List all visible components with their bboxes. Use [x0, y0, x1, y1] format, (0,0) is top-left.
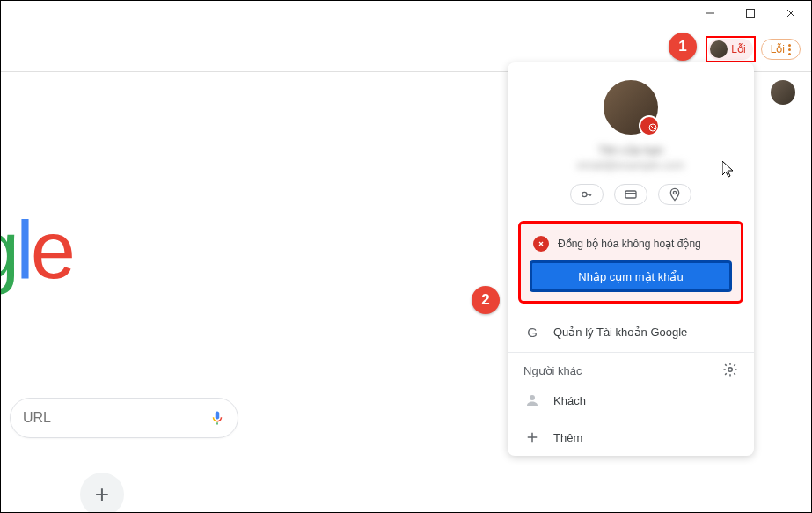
alert-circle-icon	[533, 236, 549, 252]
card-icon	[624, 187, 638, 202]
manage-account-item[interactable]: G Quản lý Tài khoản Google	[508, 314, 754, 350]
callout-badge-2: 2	[472, 286, 500, 314]
payments-button[interactable]	[614, 184, 647, 205]
plus-icon: +	[95, 480, 109, 509]
svg-point-6	[582, 192, 587, 196]
avatar-large	[604, 80, 658, 135]
maximize-icon	[745, 8, 756, 18]
key-icon	[580, 187, 594, 202]
svg-point-15	[530, 395, 535, 400]
profile-popover: Tên của bạn email@example.com Đồng bộ hó…	[508, 62, 754, 456]
mic-icon[interactable]	[209, 408, 225, 428]
enter-passphrase-button[interactable]: Nhập cụm mật khẩu	[530, 260, 732, 292]
person-icon	[524, 392, 540, 408]
manage-account-label: Quản lý Tài khoản Google	[553, 326, 687, 339]
sync-alert-badge-icon	[648, 123, 657, 134]
svg-rect-9	[625, 191, 636, 198]
vertical-dots-icon	[788, 44, 791, 55]
profile-chip[interactable]: Lỗi	[708, 39, 752, 60]
profile-chip-label: Lỗi	[731, 43, 745, 55]
svg-rect-1	[747, 10, 755, 18]
google-g-icon: G	[527, 325, 538, 340]
user-email: email@example.com	[522, 158, 740, 172]
window-close-button[interactable]	[771, 1, 811, 26]
user-name: Tên của bạn	[522, 143, 740, 157]
svg-point-14	[728, 368, 733, 372]
add-shortcut-button[interactable]: +	[80, 473, 124, 513]
profile-chip-highlight: Lỗi	[706, 36, 755, 62]
settings-gear-button[interactable]	[722, 362, 738, 380]
window-maximize-button[interactable]	[730, 1, 771, 26]
passwords-button[interactable]	[570, 184, 604, 205]
search-bar[interactable]	[10, 398, 238, 438]
divider	[508, 352, 754, 353]
location-icon	[668, 187, 682, 202]
window-minimize-button[interactable]	[690, 1, 730, 26]
other-people-header: Người khác	[523, 364, 582, 377]
chrome-menu-button[interactable]: Lỗi	[761, 39, 801, 60]
gear-icon	[722, 362, 738, 377]
avatar-icon	[710, 40, 728, 58]
close-icon	[786, 8, 796, 18]
add-profile-item[interactable]: Thêm	[508, 419, 754, 456]
sync-status-label: Đồng bộ hóa không hoạt động	[558, 238, 701, 250]
menu-error-label: Lỗi	[771, 43, 785, 55]
svg-line-5	[651, 126, 655, 129]
passphrase-button-label: Nhập cụm mật khẩu	[578, 270, 683, 283]
svg-point-11	[673, 191, 676, 194]
addresses-button[interactable]	[658, 184, 691, 205]
minimize-icon	[705, 8, 715, 18]
search-input[interactable]	[23, 410, 209, 426]
plus-icon	[524, 429, 540, 445]
guest-label: Khách	[553, 394, 586, 407]
callout-badge-1: 1	[669, 33, 697, 61]
sync-status-box: Đồng bộ hóa không hoạt động Nhập cụm mật…	[518, 221, 743, 304]
add-label: Thêm	[553, 431, 582, 444]
google-logo: gle	[0, 204, 72, 297]
guest-profile-item[interactable]: Khách	[508, 382, 754, 419]
